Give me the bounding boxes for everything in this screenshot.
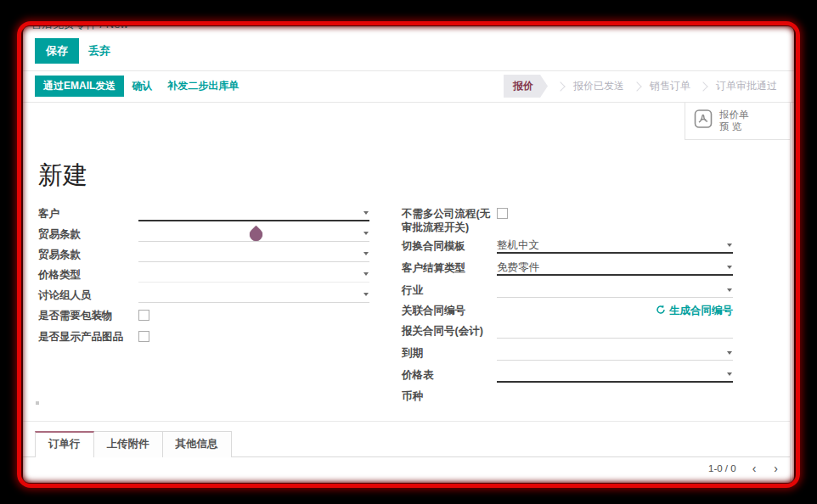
customs-contract-number-label: 报关合同号(会计) xyxy=(402,323,497,338)
chevron-down-icon xyxy=(727,244,732,247)
column-options-icon[interactable]: ⋮ xyxy=(775,478,790,483)
table-header-row: 产品 产品类型 产品型号 数量 单价 税金设置 小计 行业 备注 净重 毛重 ⋮ xyxy=(23,478,790,483)
show-product-image-label: 是否显示产品图品 xyxy=(38,329,138,344)
trade-terms2-dropdown[interactable] xyxy=(138,247,369,262)
col-product[interactable]: 产品 xyxy=(23,478,69,483)
col-tax-settings[interactable]: 税金设置 xyxy=(322,478,418,483)
price-type-dropdown[interactable] xyxy=(138,267,369,283)
sheet-divider xyxy=(23,421,790,422)
industry-label: 行业 xyxy=(402,283,497,297)
reissue-two-step-delivery-button[interactable]: 补发二步出库单 xyxy=(160,76,246,96)
quotation-preview-label: 报价单 预 览 xyxy=(719,109,749,133)
col-product-model[interactable]: 产品型号 xyxy=(127,478,211,483)
no-multicompany-flow-checkbox[interactable] xyxy=(497,208,508,219)
expiration-label: 到期 xyxy=(402,345,497,360)
status-step-sales-order[interactable]: 销售订单 xyxy=(650,79,690,93)
customs-contract-number-input[interactable] xyxy=(497,323,733,339)
field-row: 讨论组人员 xyxy=(38,288,369,304)
quotation-preview-button[interactable]: 报价单 预 览 xyxy=(685,103,790,140)
action-status-bar: 通过EMAIL发送 确认 补发二步出库单 报价 报价已发送 销售订单 订单审批通… xyxy=(23,71,794,103)
col-industry[interactable]: 行业 xyxy=(460,478,506,483)
field-row: 是否显示产品图品 xyxy=(38,329,369,345)
order-lines-table: 产品 产品类型 产品型号 数量 单价 税金设置 小计 行业 备注 净重 毛重 ⋮ xyxy=(23,478,790,483)
breadcrumb-clipped-region: 售后免费零件 / New xyxy=(23,26,794,32)
field-row: 价格类型 xyxy=(38,267,369,283)
chevron-down-icon xyxy=(727,372,732,376)
col-gross-weight[interactable]: 毛重 xyxy=(698,478,775,483)
col-unit-price[interactable]: 单价 xyxy=(264,478,322,483)
chevron-down-icon xyxy=(363,293,369,296)
status-step-quotation[interactable]: 报价 xyxy=(504,75,548,98)
refresh-icon xyxy=(656,305,666,317)
pager-range: 1-0 / 0 xyxy=(708,463,736,473)
need-packaging-label: 是否需要包装物 xyxy=(38,308,138,322)
col-net-weight[interactable]: 净重 xyxy=(621,478,697,483)
customer-dropdown[interactable] xyxy=(138,206,369,221)
discard-button[interactable]: 丢弃 xyxy=(79,39,120,63)
need-packaging-checkbox[interactable] xyxy=(138,310,149,321)
contract-template-label: 切换合同模板 xyxy=(402,238,497,253)
pager-next-icon[interactable]: › xyxy=(772,462,780,474)
field-row: 不需多公司流程(无审批流程开关) xyxy=(402,206,733,235)
settlement-type-dropdown[interactable]: 免费零件 xyxy=(497,260,733,276)
confirm-button[interactable]: 确认 xyxy=(124,76,160,96)
no-multicompany-flow-label: 不需多公司流程(无审批流程开关) xyxy=(402,206,497,235)
odoo-form-window: 售后免费零件 / New 保存 丢弃 通过EMAIL发送 确认 补发二步出库单 … xyxy=(23,26,794,483)
discussion-members-dropdown[interactable] xyxy=(138,288,369,303)
pricelist-dropdown[interactable] xyxy=(497,367,733,383)
currency-field[interactable] xyxy=(497,389,733,404)
field-row: 客户 xyxy=(38,206,369,222)
show-product-image-checkbox[interactable] xyxy=(138,331,149,342)
chevron-down-icon xyxy=(363,252,369,255)
send-email-button[interactable]: 通过EMAIL发送 xyxy=(35,76,124,97)
field-row: 贸易条款 xyxy=(38,227,369,243)
trade-terms2-label: 贸易条款 xyxy=(38,247,138,261)
chevron-down-icon xyxy=(727,351,732,355)
col-product-type[interactable]: 产品类型 xyxy=(69,478,127,483)
col-subtotal[interactable]: 小计 xyxy=(418,478,460,483)
chevron-right-icon xyxy=(698,81,707,91)
tab-upload-attachments[interactable]: 上传附件 xyxy=(94,431,163,457)
price-type-label: 价格类型 xyxy=(38,267,138,282)
expiration-dropdown[interactable] xyxy=(497,345,733,361)
page-title: 新建 xyxy=(38,159,790,193)
trade-terms-label: 贸易条款 xyxy=(38,227,138,241)
chevron-right-icon xyxy=(632,81,641,91)
status-step-order-approved[interactable]: 订单审批通过 xyxy=(716,79,777,93)
breadcrumb[interactable]: 售后免费零件 / New xyxy=(23,26,794,32)
tab-other-info[interactable]: 其他信息 xyxy=(163,431,232,457)
trade-terms-dropdown[interactable] xyxy=(138,227,369,242)
related-contract-number-label: 关联合同编号 xyxy=(402,303,497,317)
related-contract-number-field[interactable]: 生成合同编号 xyxy=(497,303,733,318)
col-quantity[interactable]: 数量 xyxy=(211,478,264,483)
form-column-left: 客户 贸易条款 贸易条款 xyxy=(38,206,369,410)
pager-previous-icon[interactable]: ‹ xyxy=(751,462,758,474)
field-row: 切换合同模板 整机中文 xyxy=(402,238,733,255)
status-step-quotation-sent[interactable]: 报价已发送 xyxy=(573,79,624,93)
field-row: 币种 xyxy=(402,389,733,405)
settlement-type-label: 客户结算类型 xyxy=(402,260,497,275)
form-sheet: 报价单 预 览 新建 客户 贸易条款 xyxy=(23,103,791,483)
pdf-icon xyxy=(694,109,713,132)
tab-order-lines[interactable]: 订单行 xyxy=(35,431,94,457)
notebook-tabs: 订单行 上传附件 其他信息 xyxy=(23,431,790,457)
form-fields: 客户 贸易条款 贸易条款 xyxy=(23,206,790,410)
text-selection-handle[interactable] xyxy=(246,226,264,244)
field-row: 客户结算类型 免费零件 xyxy=(402,260,733,277)
chevron-down-icon xyxy=(727,288,732,292)
currency-label: 币种 xyxy=(402,389,497,403)
field-row: 到期 xyxy=(402,345,733,361)
form-column-right: 不需多公司流程(无审批流程开关) 切换合同模板 整机中文 客户结算类型 免费零件 xyxy=(402,206,733,410)
discussion-members-label: 讨论组人员 xyxy=(38,288,138,302)
industry-dropdown[interactable] xyxy=(497,283,733,298)
contract-template-dropdown[interactable]: 整机中文 xyxy=(497,238,733,254)
save-button[interactable]: 保存 xyxy=(35,38,79,64)
chevron-right-icon xyxy=(555,81,565,91)
col-remark[interactable]: 备注 xyxy=(506,478,621,483)
chevron-down-icon xyxy=(363,232,369,235)
chevron-down-icon xyxy=(363,272,369,276)
sheet-top-bar: 报价单 预 览 xyxy=(23,103,790,140)
pager: 1-0 / 0 ‹ › xyxy=(23,457,790,478)
generate-contract-number-link[interactable]: 生成合同编号 xyxy=(656,304,733,318)
control-bar: 保存 丢弃 xyxy=(23,32,794,71)
